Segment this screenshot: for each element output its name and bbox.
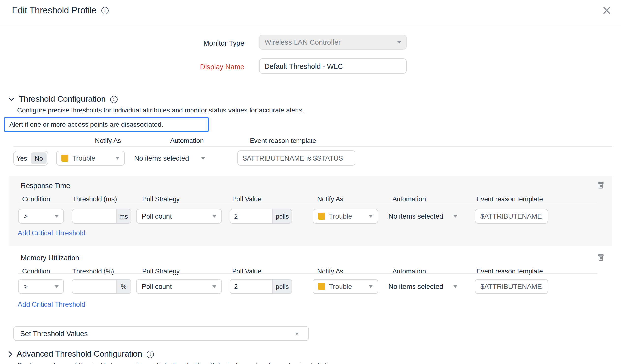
attribute-section-response-time: Response Time Condition Threshold (ms) P… bbox=[9, 176, 612, 246]
column-header-event-reason: Event reason template bbox=[250, 137, 316, 144]
threshold-configuration-header[interactable]: Threshold Configuration i bbox=[8, 94, 118, 104]
status-event-reason-field-wrap bbox=[238, 150, 356, 165]
page-title: Edit Threshold Profile bbox=[12, 5, 96, 16]
status-notify-as-value: Trouble bbox=[72, 154, 95, 162]
add-critical-threshold-link[interactable]: Add Critical Threshold bbox=[18, 300, 85, 308]
status-automation-select[interactable]: No items selected bbox=[134, 151, 207, 165]
section-description: Configure advanced thresholds by groupin… bbox=[17, 362, 338, 364]
status-rule-message-box[interactable]: Alert if one or more access points are d… bbox=[4, 117, 209, 132]
chevron-down-icon bbox=[453, 285, 457, 288]
automation-select[interactable]: No items selected bbox=[388, 209, 459, 224]
column-header-event-reason: Event reason template bbox=[476, 196, 543, 203]
column-header-event-reason: Event reason template bbox=[476, 268, 543, 275]
threshold-field[interactable] bbox=[72, 209, 116, 223]
monitor-type-select[interactable]: Wireless LAN Controller bbox=[259, 35, 407, 50]
attribute-header-divider bbox=[18, 204, 597, 204]
status-event-reason-field[interactable] bbox=[238, 151, 355, 165]
automation-select[interactable]: No items selected bbox=[388, 279, 459, 294]
column-header-poll-strategy: Poll Strategy bbox=[142, 196, 180, 203]
column-header-automation: Automation bbox=[170, 137, 204, 144]
trouble-color-swatch bbox=[318, 213, 325, 220]
dialog-header: Edit Threshold Profile i bbox=[12, 5, 109, 16]
condition-select[interactable]: > bbox=[18, 279, 64, 294]
section-description: Configure precise thresholds for individ… bbox=[17, 107, 304, 114]
threshold-input-group: ms bbox=[72, 209, 131, 224]
poll-value-input-group: polls bbox=[230, 279, 292, 294]
poll-strategy-select[interactable]: Poll count bbox=[136, 279, 222, 294]
chevron-down-icon bbox=[369, 285, 373, 288]
poll-strategy-select[interactable]: Poll count bbox=[136, 209, 222, 224]
event-reason-field[interactable] bbox=[475, 209, 548, 223]
poll-strategy-value: Poll count bbox=[142, 212, 172, 220]
threshold-field[interactable] bbox=[72, 280, 116, 293]
column-header-notify-as: Notify As bbox=[95, 137, 121, 144]
status-notify-as-select[interactable]: Trouble bbox=[56, 151, 125, 165]
column-header-poll-strategy: Poll Strategy bbox=[142, 268, 180, 275]
chevron-down-icon bbox=[8, 97, 14, 101]
column-header-automation: Automation bbox=[392, 268, 426, 275]
chevron-down-icon bbox=[201, 157, 205, 159]
header-divider bbox=[0, 24, 621, 24]
section-title: Advanced Threshold Configuration bbox=[17, 349, 142, 359]
chevron-down-icon bbox=[212, 285, 216, 288]
column-header-poll-value: Poll Value bbox=[232, 196, 261, 203]
trouble-color-swatch bbox=[318, 283, 325, 290]
status-alert-toggle: Yes No bbox=[13, 151, 48, 165]
notify-as-select[interactable]: Trouble bbox=[313, 279, 378, 294]
chevron-down-icon bbox=[116, 157, 120, 159]
condition-select[interactable]: > bbox=[18, 209, 64, 224]
chevron-down-icon bbox=[212, 215, 216, 217]
chevron-down-icon bbox=[54, 215, 58, 217]
trouble-color-swatch bbox=[61, 155, 68, 162]
display-name-field[interactable] bbox=[259, 59, 406, 73]
poll-value-field[interactable] bbox=[230, 280, 272, 293]
column-header-notify-as: Notify As bbox=[317, 268, 344, 275]
close-icon[interactable] bbox=[602, 6, 611, 15]
poll-unit: polls bbox=[272, 209, 292, 223]
event-reason-field[interactable] bbox=[475, 280, 548, 293]
threshold-unit: % bbox=[116, 280, 131, 293]
section-info-icon[interactable]: i bbox=[147, 350, 154, 358]
delete-attribute-trash-icon[interactable] bbox=[597, 253, 604, 261]
display-name-field-wrap bbox=[259, 58, 407, 74]
chevron-down-icon bbox=[295, 332, 299, 335]
set-threshold-values-label: Set Threshold Values bbox=[20, 330, 88, 337]
chevron-down-icon bbox=[54, 285, 58, 288]
attribute-name: Response Time bbox=[21, 182, 70, 190]
delete-attribute-trash-icon[interactable] bbox=[597, 181, 604, 189]
column-header-condition: Condition bbox=[22, 196, 50, 203]
toggle-yes-button[interactable]: Yes bbox=[14, 151, 30, 165]
chevron-down-icon bbox=[369, 215, 373, 217]
poll-unit: polls bbox=[272, 280, 292, 293]
section-info-icon[interactable]: i bbox=[110, 96, 118, 103]
poll-value-field[interactable] bbox=[230, 209, 272, 223]
condition-value: > bbox=[24, 212, 28, 220]
automation-value: No items selected bbox=[388, 212, 443, 220]
condition-value: > bbox=[24, 282, 28, 290]
column-header-threshold: Threshold (ms) bbox=[72, 196, 117, 203]
add-critical-threshold-link[interactable]: Add Critical Threshold bbox=[18, 229, 85, 237]
status-rule-message: Alert if one or more access points are d… bbox=[9, 121, 163, 128]
advanced-threshold-configuration-header[interactable]: Advanced Threshold Configuration i bbox=[8, 349, 154, 359]
attribute-section-memory-utilization: Memory Utilization Condition Threshold (… bbox=[9, 248, 612, 318]
column-header-automation: Automation bbox=[392, 196, 426, 203]
event-reason-field-wrap bbox=[475, 279, 548, 294]
chevron-down-icon bbox=[397, 41, 401, 44]
column-header-condition: Condition bbox=[22, 268, 50, 275]
notify-as-value: Trouble bbox=[329, 282, 352, 290]
monitor-type-value: Wireless LAN Controller bbox=[264, 38, 341, 46]
toggle-no-button[interactable]: No bbox=[31, 152, 47, 164]
title-info-icon[interactable]: i bbox=[101, 7, 109, 14]
edit-threshold-profile-dialog: Edit Threshold Profile i Monitor Type Wi… bbox=[0, 0, 621, 364]
status-automation-value: No items selected bbox=[134, 154, 189, 162]
column-header-threshold: Threshold (%) bbox=[72, 268, 114, 275]
monitor-type-label: Monitor Type bbox=[0, 39, 244, 47]
set-threshold-values-select[interactable]: Set Threshold Values bbox=[13, 326, 309, 341]
threshold-input-group: % bbox=[72, 279, 131, 294]
attribute-name: Memory Utilization bbox=[21, 254, 79, 262]
chevron-right-icon bbox=[8, 351, 12, 357]
notify-as-value: Trouble bbox=[329, 212, 352, 220]
notify-as-select[interactable]: Trouble bbox=[313, 209, 378, 224]
display-name-label: Display Name bbox=[0, 63, 244, 71]
automation-value: No items selected bbox=[388, 282, 443, 290]
